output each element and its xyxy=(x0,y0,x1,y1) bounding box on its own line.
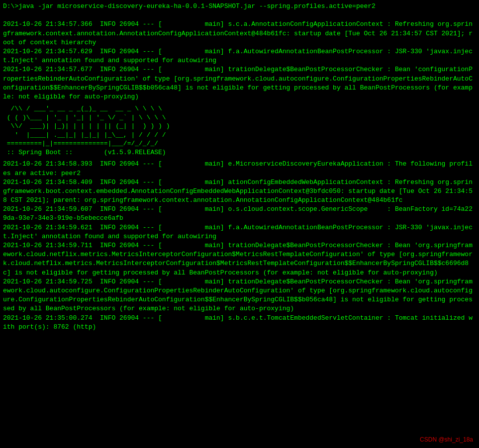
terminal-line-3: 2021-10-26 21:34:57.677 INFO 26904 --- [… xyxy=(3,65,476,101)
terminal-post-logo-2: 2021-10-26 21:34:59.607 INFO 26904 --- [… xyxy=(3,205,476,223)
spring-boot-logo: /\\ / ___'_ __ _ _(_)_ __ __ _ \ \ \ \ (… xyxy=(3,104,476,157)
terminal-line-blank xyxy=(3,11,476,20)
terminal-post-logo-5: 2021-10-26 21:34:59.725 INFO 26904 --- [… xyxy=(3,277,476,314)
terminal-post-logo-4: 2021-10-26 21:34:59.711 INFO 26904 --- [… xyxy=(3,241,476,277)
terminal-post-logo-6: 2021-10-26 21:35:00.274 INFO 26904 --- [… xyxy=(3,314,476,332)
terminal-post-logo-0: 2021-10-26 21:34:58.393 INFO 26904 --- [… xyxy=(3,160,476,178)
terminal-post-logo-1: 2021-10-26 21:34:58.409 INFO 26904 --- [… xyxy=(3,178,476,205)
terminal-line-1: 2021-10-26 21:34:57.366 INFO 26904 --- [… xyxy=(3,20,476,47)
terminal-post-logo-3: 2021-10-26 21:34:59.621 INFO 26904 --- [… xyxy=(3,223,476,241)
terminal-window: D:\>java -jar microservice-discovery-eur… xyxy=(0,0,479,448)
watermark-label: CSDN @shi_zi_18a xyxy=(418,435,475,444)
terminal-line-2: 2021-10-26 21:34:57.629 INFO 26904 --- [… xyxy=(3,47,476,65)
terminal-line: D:\>java -jar microservice-discovery-eur… xyxy=(3,2,476,11)
